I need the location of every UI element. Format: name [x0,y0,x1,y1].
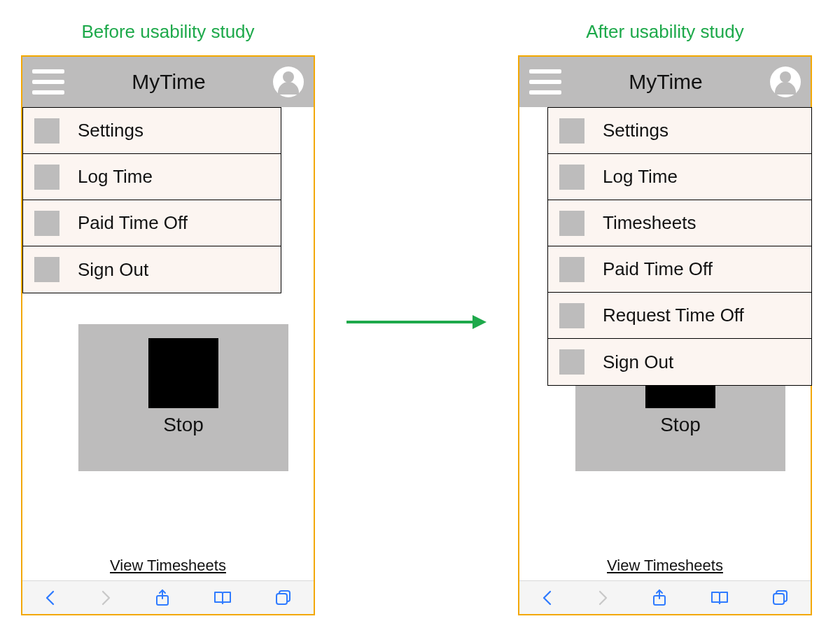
svg-rect-9 [774,594,784,604]
stop-panel[interactable]: Stop [575,373,785,471]
tabs-icon[interactable] [772,589,789,606]
view-timesheets-link[interactable]: View Timesheets [519,557,811,575]
placeholder-icon [559,211,584,236]
tabs-icon[interactable] [275,589,292,606]
menu-item-label: Log Time [78,166,153,188]
menu-item-settings[interactable]: Settings [548,108,811,154]
menu-item-settings[interactable]: Settings [23,108,281,154]
svg-rect-3 [276,594,287,604]
back-icon[interactable] [44,589,57,606]
hamburger-icon[interactable] [529,69,561,95]
avatar-icon[interactable] [273,67,304,97]
menu-item-label: Paid Time Off [603,258,713,280]
menu-item-label: Settings [603,120,668,141]
arrow-icon [343,308,490,336]
svg-marker-5 [472,315,486,329]
menu-item-label: Paid Time Off [78,212,188,234]
placeholder-icon [559,303,584,328]
nav-menu: Settings Log Time Timesheets Paid Time O… [547,107,812,386]
placeholder-icon [559,165,584,190]
before-caption: Before usability study [21,21,315,43]
placeholder-icon [559,118,584,144]
menu-item-request-time-off[interactable]: Request Time Off [548,293,811,339]
stop-label: Stop [575,414,785,446]
menu-item-label: Log Time [603,166,678,188]
placeholder-icon [559,257,584,282]
app-title: MyTime [561,70,770,94]
menu-item-label: Sign Out [603,351,673,373]
bookmarks-icon[interactable] [213,590,232,606]
browser-toolbar [22,580,314,614]
browser-toolbar [519,580,811,614]
menu-item-label: Settings [78,120,144,141]
after-caption: After usability study [518,21,812,43]
placeholder-icon [559,349,584,375]
topbar: MyTime [519,57,811,107]
stop-panel[interactable]: Stop [78,324,288,471]
hamburger-icon[interactable] [32,69,64,95]
view-timesheets-link[interactable]: View Timesheets [22,557,314,575]
placeholder-icon [34,118,59,144]
bookmarks-icon[interactable] [710,590,729,606]
back-icon[interactable] [541,589,554,606]
stop-label: Stop [78,414,288,446]
menu-item-sign-out[interactable]: Sign Out [548,339,811,385]
menu-item-label: Request Time Off [603,305,744,326]
app-title: MyTime [64,70,273,94]
stop-icon [148,338,218,408]
share-icon[interactable] [155,589,170,607]
menu-item-log-time[interactable]: Log Time [23,154,281,200]
share-icon[interactable] [652,589,667,607]
menu-item-label: Sign Out [78,259,148,281]
after-phone-frame: MyTime Stop View Timesheets Settings [518,55,812,615]
menu-item-log-time[interactable]: Log Time [548,154,811,200]
avatar-icon[interactable] [770,67,801,97]
menu-item-paid-time-off[interactable]: Paid Time Off [548,246,811,293]
menu-item-timesheets[interactable]: Timesheets [548,200,811,246]
menu-item-sign-out[interactable]: Sign Out [23,246,281,293]
placeholder-icon [34,257,59,282]
nav-menu: Settings Log Time Paid Time Off Sign Out [22,107,281,293]
placeholder-icon [34,211,59,236]
topbar: MyTime [22,57,314,107]
before-phone-frame: MyTime Stop View Timesheets Settings [21,55,315,615]
menu-item-label: Timesheets [603,212,696,234]
menu-item-paid-time-off[interactable]: Paid Time Off [23,200,281,246]
forward-icon[interactable] [99,589,112,606]
forward-icon[interactable] [596,589,609,606]
placeholder-icon [34,165,59,190]
